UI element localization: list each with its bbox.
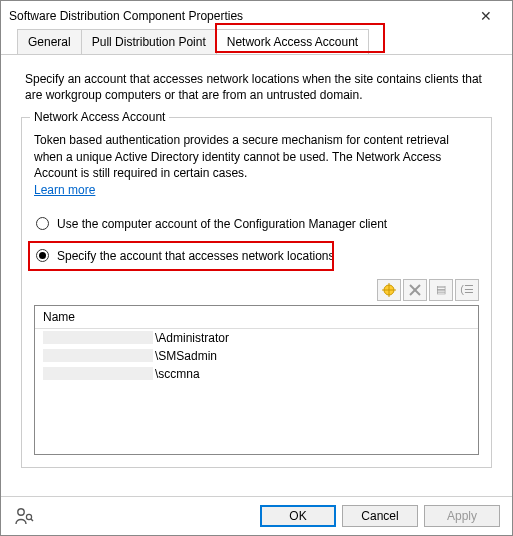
dialog-window: Software Distribution Component Properti… <box>0 0 513 536</box>
tab-strip: General Pull Distribution Point Network … <box>1 29 512 55</box>
redacted-domain <box>43 367 153 380</box>
learn-more-link[interactable]: Learn more <box>34 183 95 197</box>
accounts-list[interactable]: Name \Administrator \SMSadmin \sccmna <box>34 305 479 455</box>
svg-line-7 <box>31 519 33 521</box>
radio-icon <box>36 217 49 230</box>
list-item[interactable]: \SMSadmin <box>35 347 478 365</box>
column-header-name[interactable]: Name <box>35 306 478 329</box>
properties-icon: ▤ <box>436 283 446 296</box>
group-network-access-account: Network Access Account Token based authe… <box>21 117 492 468</box>
verify-button[interactable]: (☰ <box>455 279 479 301</box>
dialog-footer: OK Cancel Apply <box>1 496 512 535</box>
account-name: \Administrator <box>155 331 229 345</box>
user-icon[interactable] <box>13 505 35 527</box>
radio-label: Specify the account that accesses networ… <box>57 249 334 263</box>
radio-icon <box>36 249 49 262</box>
x-icon <box>409 284 421 296</box>
redacted-domain <box>43 331 153 344</box>
radio-label: Use the computer account of the Configur… <box>57 217 387 231</box>
tab-pull-distribution-point[interactable]: Pull Distribution Point <box>81 29 217 54</box>
titlebar: Software Distribution Component Properti… <box>1 1 512 29</box>
radio-use-computer-account[interactable]: Use the computer account of the Configur… <box>34 211 479 237</box>
properties-button[interactable]: ▤ <box>429 279 453 301</box>
cancel-button[interactable]: Cancel <box>342 505 418 527</box>
account-name: \sccmna <box>155 367 200 381</box>
page-description: Specify an account that accesses network… <box>25 71 488 103</box>
close-icon[interactable]: ✕ <box>468 8 504 24</box>
starburst-icon <box>382 283 396 297</box>
delete-account-button[interactable] <box>403 279 427 301</box>
account-toolbar: ▤ (☰ <box>34 279 479 301</box>
group-description: Token based authentication provides a se… <box>34 132 479 181</box>
ok-button[interactable]: OK <box>260 505 336 527</box>
list-item[interactable]: \sccmna <box>35 365 478 383</box>
tab-general[interactable]: General <box>17 29 82 54</box>
list-item[interactable]: \Administrator <box>35 329 478 347</box>
tab-content: Specify an account that accesses network… <box>1 55 512 496</box>
apply-button: Apply <box>424 505 500 527</box>
svg-point-5 <box>18 509 24 515</box>
radio-specify-account[interactable]: Specify the account that accesses networ… <box>34 243 479 269</box>
redacted-domain <box>43 349 153 362</box>
window-title: Software Distribution Component Properti… <box>9 9 468 23</box>
account-name: \SMSadmin <box>155 349 217 363</box>
svg-point-6 <box>26 514 31 519</box>
group-title: Network Access Account <box>30 110 169 124</box>
verify-icon: (☰ <box>460 283 474 296</box>
tab-network-access-account[interactable]: Network Access Account <box>216 29 369 54</box>
new-account-button[interactable] <box>377 279 401 301</box>
